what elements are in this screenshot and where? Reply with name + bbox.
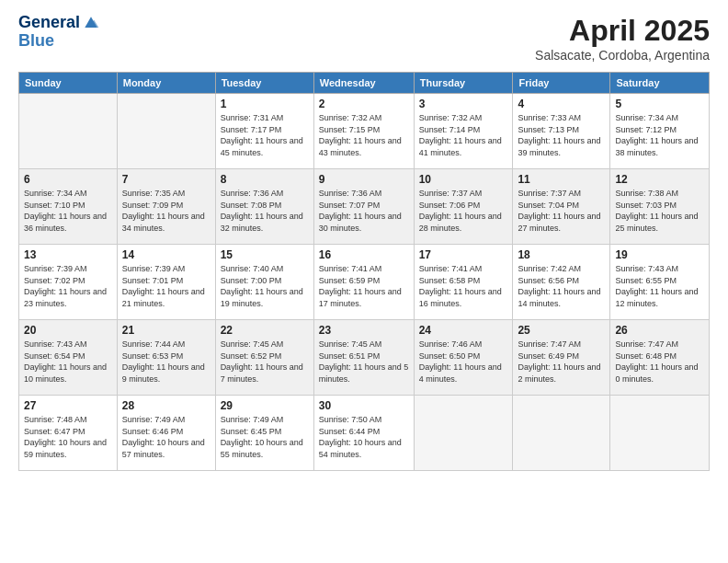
day-number: 16 bbox=[319, 248, 409, 261]
day-number: 13 bbox=[24, 248, 112, 261]
logo-text: General bbox=[18, 14, 80, 32]
table-row: 13Sunrise: 7:39 AMSunset: 7:02 PMDayligh… bbox=[19, 245, 118, 320]
day-number: 6 bbox=[24, 173, 112, 186]
day-info: Sunrise: 7:34 AMSunset: 7:10 PMDaylight:… bbox=[24, 188, 112, 234]
subtitle: Salsacate, Cordoba, Argentina bbox=[535, 48, 710, 63]
day-number: 14 bbox=[122, 248, 210, 261]
day-info: Sunrise: 7:46 AMSunset: 6:50 PMDaylight:… bbox=[419, 339, 508, 385]
calendar-week-row: 6Sunrise: 7:34 AMSunset: 7:10 PMDaylight… bbox=[19, 169, 710, 245]
table-row: 23Sunrise: 7:45 AMSunset: 6:51 PMDayligh… bbox=[313, 320, 414, 396]
table-row: 27Sunrise: 7:48 AMSunset: 6:47 PMDayligh… bbox=[19, 396, 118, 471]
table-row: 9Sunrise: 7:36 AMSunset: 7:07 PMDaylight… bbox=[313, 169, 414, 245]
day-number: 9 bbox=[319, 173, 409, 186]
day-info: Sunrise: 7:43 AMSunset: 6:55 PMDaylight:… bbox=[615, 263, 704, 309]
day-number: 28 bbox=[122, 399, 210, 412]
day-info: Sunrise: 7:44 AMSunset: 6:53 PMDaylight:… bbox=[122, 339, 210, 385]
table-row: 16Sunrise: 7:41 AMSunset: 6:59 PMDayligh… bbox=[313, 245, 414, 320]
day-info: Sunrise: 7:43 AMSunset: 6:54 PMDaylight:… bbox=[24, 339, 112, 385]
day-info: Sunrise: 7:36 AMSunset: 7:07 PMDaylight:… bbox=[319, 188, 409, 234]
day-number: 29 bbox=[221, 399, 309, 412]
day-number: 2 bbox=[319, 98, 409, 110]
header-sunday: Sunday bbox=[19, 73, 118, 94]
table-row: 28Sunrise: 7:49 AMSunset: 6:46 PMDayligh… bbox=[117, 396, 215, 471]
calendar-week-row: 27Sunrise: 7:48 AMSunset: 6:47 PMDayligh… bbox=[19, 396, 710, 471]
day-number: 23 bbox=[319, 324, 409, 337]
page: General Blue April 2025 Salsacate, Cordo… bbox=[0, 0, 728, 563]
day-info: Sunrise: 7:45 AMSunset: 6:52 PMDaylight:… bbox=[221, 339, 309, 385]
table-row: 26Sunrise: 7:47 AMSunset: 6:48 PMDayligh… bbox=[610, 320, 710, 396]
day-info: Sunrise: 7:49 AMSunset: 6:46 PMDaylight:… bbox=[122, 414, 210, 460]
day-number: 17 bbox=[419, 248, 508, 261]
day-number: 3 bbox=[419, 98, 508, 110]
day-info: Sunrise: 7:49 AMSunset: 6:45 PMDaylight:… bbox=[221, 414, 309, 460]
calendar-week-row: 1Sunrise: 7:31 AMSunset: 7:17 PMDaylight… bbox=[19, 94, 710, 169]
day-info: Sunrise: 7:35 AMSunset: 7:09 PMDaylight:… bbox=[122, 188, 210, 234]
table-row: 19Sunrise: 7:43 AMSunset: 6:55 PMDayligh… bbox=[610, 245, 710, 320]
table-row bbox=[117, 94, 215, 169]
table-row: 22Sunrise: 7:45 AMSunset: 6:52 PMDayligh… bbox=[215, 320, 313, 396]
logo-blue: Blue bbox=[18, 32, 100, 51]
day-number: 8 bbox=[221, 173, 309, 186]
table-row bbox=[19, 94, 118, 169]
day-info: Sunrise: 7:36 AMSunset: 7:08 PMDaylight:… bbox=[221, 188, 309, 234]
day-info: Sunrise: 7:37 AMSunset: 7:04 PMDaylight:… bbox=[518, 188, 605, 234]
header-saturday: Saturday bbox=[610, 73, 710, 94]
day-number: 7 bbox=[122, 173, 210, 186]
day-info: Sunrise: 7:32 AMSunset: 7:14 PMDaylight:… bbox=[419, 112, 508, 158]
table-row: 14Sunrise: 7:39 AMSunset: 7:01 PMDayligh… bbox=[117, 245, 215, 320]
table-row: 2Sunrise: 7:32 AMSunset: 7:15 PMDaylight… bbox=[313, 94, 414, 169]
day-number: 4 bbox=[518, 98, 605, 110]
header-friday: Friday bbox=[513, 73, 610, 94]
table-row: 24Sunrise: 7:46 AMSunset: 6:50 PMDayligh… bbox=[414, 320, 513, 396]
table-row: 18Sunrise: 7:42 AMSunset: 6:56 PMDayligh… bbox=[513, 245, 610, 320]
table-row: 6Sunrise: 7:34 AMSunset: 7:10 PMDaylight… bbox=[19, 169, 118, 245]
table-row bbox=[610, 396, 710, 471]
table-row: 1Sunrise: 7:31 AMSunset: 7:17 PMDaylight… bbox=[215, 94, 313, 169]
day-number: 21 bbox=[122, 324, 210, 337]
day-number: 26 bbox=[615, 324, 704, 337]
day-number: 24 bbox=[419, 324, 508, 337]
table-row: 3Sunrise: 7:32 AMSunset: 7:14 PMDaylight… bbox=[414, 94, 513, 169]
table-row: 30Sunrise: 7:50 AMSunset: 6:44 PMDayligh… bbox=[313, 396, 414, 471]
day-info: Sunrise: 7:50 AMSunset: 6:44 PMDaylight:… bbox=[319, 414, 409, 460]
table-row: 15Sunrise: 7:40 AMSunset: 7:00 PMDayligh… bbox=[215, 245, 313, 320]
header-monday: Monday bbox=[117, 73, 215, 94]
table-row: 21Sunrise: 7:44 AMSunset: 6:53 PMDayligh… bbox=[117, 320, 215, 396]
table-row: 10Sunrise: 7:37 AMSunset: 7:06 PMDayligh… bbox=[414, 169, 513, 245]
table-row: 8Sunrise: 7:36 AMSunset: 7:08 PMDaylight… bbox=[215, 169, 313, 245]
header-wednesday: Wednesday bbox=[313, 73, 414, 94]
day-number: 25 bbox=[518, 324, 605, 337]
day-number: 18 bbox=[518, 248, 605, 261]
day-info: Sunrise: 7:32 AMSunset: 7:15 PMDaylight:… bbox=[319, 112, 409, 158]
day-info: Sunrise: 7:40 AMSunset: 7:00 PMDaylight:… bbox=[221, 263, 309, 309]
day-info: Sunrise: 7:41 AMSunset: 6:58 PMDaylight:… bbox=[419, 263, 508, 309]
day-number: 5 bbox=[615, 98, 704, 110]
day-number: 27 bbox=[24, 399, 112, 412]
header-tuesday: Tuesday bbox=[215, 73, 313, 94]
table-row: 7Sunrise: 7:35 AMSunset: 7:09 PMDaylight… bbox=[117, 169, 215, 245]
calendar-week-row: 13Sunrise: 7:39 AMSunset: 7:02 PMDayligh… bbox=[19, 245, 710, 320]
day-number: 20 bbox=[24, 324, 112, 337]
table-row: 25Sunrise: 7:47 AMSunset: 6:49 PMDayligh… bbox=[513, 320, 610, 396]
calendar-week-row: 20Sunrise: 7:43 AMSunset: 6:54 PMDayligh… bbox=[19, 320, 710, 396]
table-row bbox=[513, 396, 610, 471]
day-number: 22 bbox=[221, 324, 309, 337]
table-row: 11Sunrise: 7:37 AMSunset: 7:04 PMDayligh… bbox=[513, 169, 610, 245]
day-number: 10 bbox=[419, 173, 508, 186]
table-row: 29Sunrise: 7:49 AMSunset: 6:45 PMDayligh… bbox=[215, 396, 313, 471]
day-info: Sunrise: 7:42 AMSunset: 6:56 PMDaylight:… bbox=[518, 263, 605, 309]
day-info: Sunrise: 7:45 AMSunset: 6:51 PMDaylight:… bbox=[319, 339, 409, 385]
day-number: 11 bbox=[518, 173, 605, 186]
day-info: Sunrise: 7:48 AMSunset: 6:47 PMDaylight:… bbox=[24, 414, 112, 460]
table-row bbox=[414, 396, 513, 471]
day-info: Sunrise: 7:47 AMSunset: 6:49 PMDaylight:… bbox=[518, 339, 605, 385]
logo: General Blue bbox=[18, 14, 100, 51]
logo-icon bbox=[82, 14, 100, 32]
table-row: 4Sunrise: 7:33 AMSunset: 7:13 PMDaylight… bbox=[513, 94, 610, 169]
day-info: Sunrise: 7:33 AMSunset: 7:13 PMDaylight:… bbox=[518, 112, 605, 158]
day-info: Sunrise: 7:39 AMSunset: 7:02 PMDaylight:… bbox=[24, 263, 112, 309]
day-number: 19 bbox=[615, 248, 704, 261]
table-row: 17Sunrise: 7:41 AMSunset: 6:58 PMDayligh… bbox=[414, 245, 513, 320]
day-number: 15 bbox=[221, 248, 309, 261]
day-info: Sunrise: 7:39 AMSunset: 7:01 PMDaylight:… bbox=[122, 263, 210, 309]
